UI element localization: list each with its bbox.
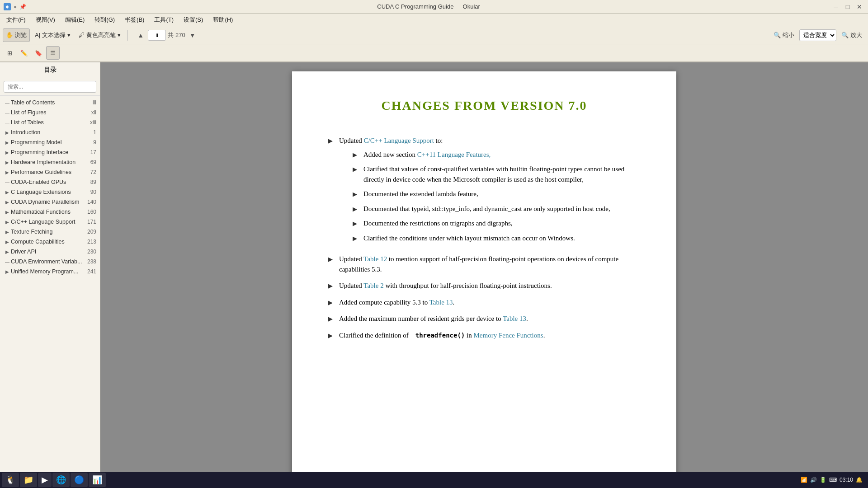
zoom-select[interactable]: 适合宽度 适合页面 100%: [799, 29, 836, 41]
bullet-1-text-after: to:: [434, 137, 443, 144]
link-table-2[interactable]: Table 2: [363, 282, 383, 289]
sound-icon: 🔊: [810, 477, 817, 483]
toc-item-texture-fetching[interactable]: ▶ Texture Fetching 209: [0, 227, 100, 237]
menu-bookmarks[interactable]: 书签(B): [120, 14, 149, 25]
highlight-icon: 🖊: [79, 32, 85, 38]
menu-view[interactable]: 视图(V): [31, 14, 60, 25]
zoom-in-button[interactable]: 🔍 放大: [838, 28, 865, 42]
minimize-icon: ●: [14, 4, 17, 10]
next-page-button[interactable]: ▼: [187, 30, 198, 41]
sub-bullet-cpp11: ▶ Added new section C++11 Language Featu…: [353, 150, 640, 160]
expand-icon: ▶: [4, 129, 11, 136]
bullet-arrow-3: ▶: [328, 282, 333, 291]
restore-button[interactable]: □: [843, 2, 853, 12]
toc-item-driver-api[interactable]: ▶ Driver API 230: [0, 247, 100, 257]
zoom-out-icon: 🔍: [774, 32, 781, 38]
app4-icon: 🔵: [74, 475, 84, 485]
toc-item-c-language-extensions[interactable]: ▶ C Language Extensions 90: [0, 187, 100, 197]
toc-item-unified-memory[interactable]: ▶ Unified Memory Program... 241: [0, 267, 100, 277]
toc-item-cuda-dynamic-parallelism[interactable]: ▶ CUDA Dynamic Parallelism 140: [0, 197, 100, 207]
expand-icon: ▶: [4, 208, 11, 216]
toc-list: — Table of Contents iii — List of Figure…: [0, 96, 100, 488]
menu-file[interactable]: 文件(F): [2, 14, 30, 25]
bullet-1-text-before: Updated: [339, 137, 364, 144]
toc-item-list-of-tables[interactable]: — List of Tables xiii: [0, 117, 100, 127]
toc-item-programming-interface[interactable]: ▶ Programming Interface 17: [0, 147, 100, 157]
sidebar-search-area: [0, 78, 100, 96]
menu-settings[interactable]: 设置(S): [179, 14, 208, 25]
page-total: 270: [175, 32, 185, 38]
menu-help[interactable]: 帮助(H): [208, 14, 237, 25]
close-button[interactable]: ✕: [854, 2, 864, 12]
toc-item-cuda-env-variables[interactable]: — CUDA Environment Variab... 238: [0, 257, 100, 267]
highlight-dropdown-icon: ▾: [118, 32, 121, 38]
expand-icon: ▶: [4, 169, 11, 176]
sub-bullet-layout-mismatch: ▶ Clarified the conditions under which l…: [353, 233, 640, 244]
expand-icon: —: [4, 258, 11, 265]
page-separator: 共: [168, 31, 174, 39]
link-memory-fence-functions[interactable]: Memory Fence Functions: [473, 332, 543, 339]
toc-item-introduction[interactable]: ▶ Introduction 1: [0, 127, 100, 137]
zoom-in-icon: 🔍: [841, 32, 849, 38]
taskbar-terminal-button[interactable]: ▶: [38, 473, 52, 487]
dropdown-arrow-icon: ▾: [67, 32, 71, 38]
sub-bullet-arrow-1: ▶: [353, 150, 357, 160]
view-bookmarks-button[interactable]: 🔖: [32, 46, 45, 60]
taskbar-files-button[interactable]: 📁: [20, 473, 37, 487]
toc-item-mathematical-functions[interactable]: ▶ Mathematical Functions 160: [0, 207, 100, 217]
expand-icon: ▶: [4, 188, 11, 196]
browse-mode-button[interactable]: ✋ 浏览: [3, 28, 30, 42]
taskbar-start-button[interactable]: 🐧: [2, 473, 19, 487]
menu-tools[interactable]: 工具(T): [150, 14, 178, 25]
toc-item-cuda-enabled-gpus[interactable]: — CUDA-Enabled GPUs 89: [0, 177, 100, 187]
toc-item-list-of-figures[interactable]: — List of Figures xii: [0, 108, 100, 117]
thumbnails-icon: ⊞: [7, 50, 12, 56]
link-cpp11-features[interactable]: C++11 Language Features,: [417, 151, 491, 158]
text-select-button[interactable]: A| 文本选择 ▾: [32, 28, 74, 42]
taskbar-app4-button[interactable]: 🔵: [71, 473, 88, 487]
highlight-button[interactable]: 🖊 黄色高亮笔 ▾: [75, 28, 124, 42]
expand-icon: —: [4, 178, 11, 186]
zoom-out-button[interactable]: 🔍 缩小: [770, 28, 797, 42]
toc-item-table-of-contents[interactable]: — Table of Contents iii: [0, 98, 100, 108]
prev-page-button[interactable]: ▲: [135, 30, 146, 41]
link-table-13-b[interactable]: Table 13: [503, 315, 526, 322]
sub-bullet-content-5: Documented the restrictions on trigraphs…: [363, 218, 513, 229]
search-input[interactable]: [4, 81, 96, 93]
notification-icon: 🔔: [856, 477, 863, 483]
bullet-arrow-6: ▶: [328, 331, 333, 341]
view-thumbnails-button[interactable]: ⊞: [3, 46, 16, 60]
link-cpp-language-support[interactable]: C/C++ Language Support: [364, 137, 434, 144]
toc-item-hardware-implementation[interactable]: ▶ Hardware Implementation 69: [0, 157, 100, 167]
battery-icon: 🔋: [820, 477, 826, 483]
expand-icon: ▶: [4, 268, 11, 275]
link-table-12[interactable]: Table 12: [363, 255, 387, 263]
toc-item-compute-capabilities[interactable]: ▶ Compute Capabilities 213: [0, 237, 100, 247]
page-number-input[interactable]: [148, 30, 166, 41]
toolbar: ✋ 浏览 A| 文本选择 ▾ 🖊 黄色高亮笔 ▾ ▲ 共 270 ▼ 🔍 缩小 …: [0, 26, 868, 44]
app-icon: ◆: [4, 3, 11, 10]
menu-edit[interactable]: 编辑(E): [61, 14, 89, 25]
sidebar: 目录 — Table of Contents iii — List of Fig…: [0, 62, 100, 488]
toc-item-programming-model[interactable]: ▶ Programming Model 9: [0, 137, 100, 147]
bullet-content-6: Clarified the definition of threadfence(…: [339, 330, 640, 341]
bookmarks-icon: 🔖: [35, 50, 42, 56]
bullet-arrow-5: ▶: [328, 314, 333, 324]
link-table-13-a[interactable]: Table 13: [429, 299, 453, 306]
minimize-button[interactable]: ─: [831, 2, 841, 12]
expand-icon: —: [4, 119, 11, 126]
app5-icon: 📊: [92, 475, 102, 485]
toc-item-performance-guidelines[interactable]: ▶ Performance Guidelines 72: [0, 167, 100, 177]
taskbar-app5-button[interactable]: 📊: [89, 473, 106, 487]
browser-icon: 🌐: [56, 475, 66, 485]
menu-goto[interactable]: 转到(G): [90, 14, 119, 25]
network-icon: 📶: [801, 477, 807, 483]
view-annotations-button[interactable]: ✏️: [17, 46, 31, 60]
annotations-icon: ✏️: [20, 50, 28, 56]
keyboard-icon: ⌨: [829, 477, 837, 483]
sub-bullet-lambda: ▶ Documented the extended lambda feature…: [353, 189, 640, 199]
taskbar-browser-button[interactable]: 🌐: [52, 473, 70, 487]
view-toc-button[interactable]: ☰: [46, 46, 60, 60]
toc-item-cpp-language-support[interactable]: ▶ C/C++ Language Support 171: [0, 217, 100, 227]
hand-icon: ✋: [6, 32, 13, 38]
